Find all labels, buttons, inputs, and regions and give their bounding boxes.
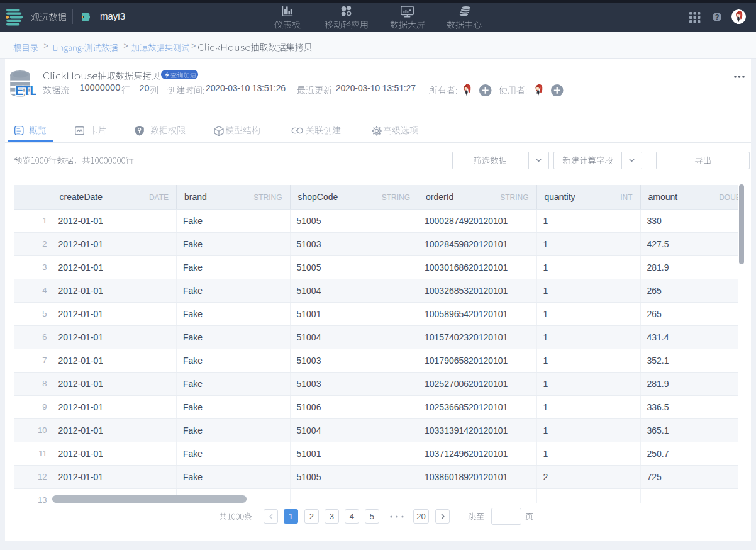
svg-text:ETL: ETL (15, 83, 36, 97)
